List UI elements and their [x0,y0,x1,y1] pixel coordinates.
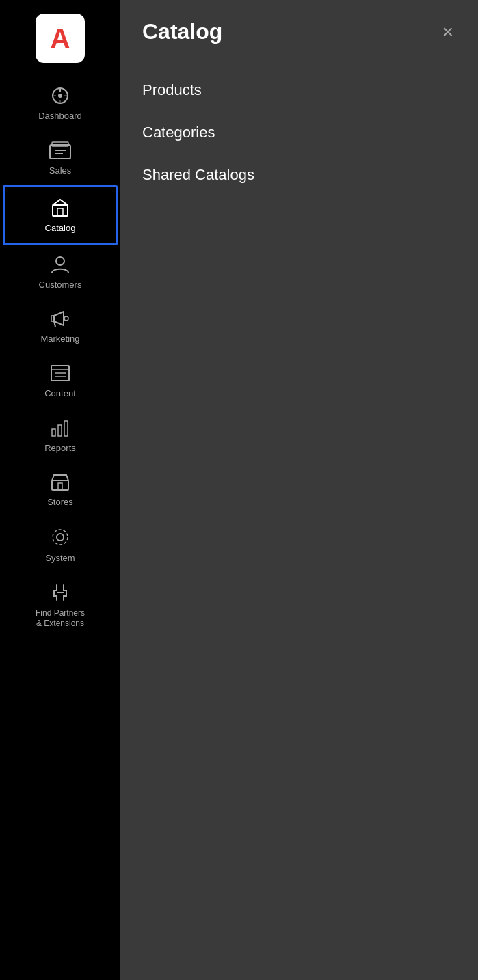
sidebar-item-reports[interactable]: Reports [0,409,120,463]
submenu-item-shared-catalogs[interactable]: Shared Catalogs [142,154,456,196]
submenu-header: Catalog × [142,19,456,44]
submenu-title: Catalog [142,19,222,44]
sidebar-item-label-customers: Customers [39,280,82,290]
svg-rect-20 [52,429,55,436]
sidebar-item-system[interactable]: System [0,517,120,573]
sidebar-item-stores[interactable]: Stores [0,463,120,517]
svg-point-1 [58,94,62,98]
sidebar-item-content[interactable]: Content [0,354,120,409]
close-button[interactable]: × [440,20,456,44]
sidebar-item-marketing[interactable]: Marketing [0,299,120,354]
sidebar-item-customers[interactable]: Customers [0,245,120,300]
sidebar-item-label-stores: Stores [47,497,73,508]
svg-rect-10 [53,205,68,216]
sidebar-item-label-catalog: Catalog [45,223,76,234]
logo-icon: A [51,23,70,54]
svg-point-26 [57,534,64,541]
svg-rect-23 [52,480,68,490]
reports-icon [50,418,70,440]
content-icon [50,364,70,385]
svg-point-27 [53,530,68,545]
sidebar-item-label-partners: Find Partners & Extensions [36,608,85,628]
submenu-item-categories[interactable]: Categories [142,111,456,154]
sidebar-item-dashboard[interactable]: Dashboard [0,77,120,131]
sidebar-item-catalog[interactable]: Catalog [3,185,118,245]
sidebar-item-label-content: Content [44,388,76,399]
marketing-icon [50,309,70,331]
submenu-link-categories[interactable]: Categories [142,124,215,141]
svg-rect-13 [51,316,54,321]
customers-icon [50,255,70,277]
submenu-link-shared-catalogs[interactable]: Shared Catalogs [142,166,254,183]
logo-box: A [36,14,85,63]
submenu-panel: Catalog × Products Categories Shared Cat… [120,0,478,980]
sidebar: A Dashboard Sales [0,0,120,980]
sidebar-item-partners[interactable]: Find Partners & Extensions [0,573,120,638]
dashboard-icon [51,86,70,108]
svg-point-15 [64,316,68,321]
sales-icon [49,141,71,163]
svg-rect-22 [64,421,68,436]
system-icon [50,527,70,550]
stores-icon [50,472,70,494]
sidebar-item-label-sales: Sales [49,165,72,176]
sidebar-item-label-marketing: Marketing [40,334,79,344]
sidebar-item-label-dashboard: Dashboard [38,111,82,122]
sidebar-item-sales[interactable]: Sales [0,131,120,186]
svg-rect-21 [58,425,62,436]
submenu-link-products[interactable]: Products [142,81,202,98]
submenu-item-products[interactable]: Products [142,69,456,111]
svg-rect-25 [58,483,62,490]
logo-wrapper: A [0,0,120,77]
partners-icon [50,582,70,605]
sidebar-item-label-reports: Reports [44,443,76,454]
submenu-list: Products Categories Shared Catalogs [142,69,456,196]
svg-point-12 [56,257,64,265]
svg-rect-6 [50,145,70,159]
sidebar-item-label-system: System [45,553,75,564]
catalog-icon [50,197,70,220]
svg-rect-11 [57,208,63,216]
